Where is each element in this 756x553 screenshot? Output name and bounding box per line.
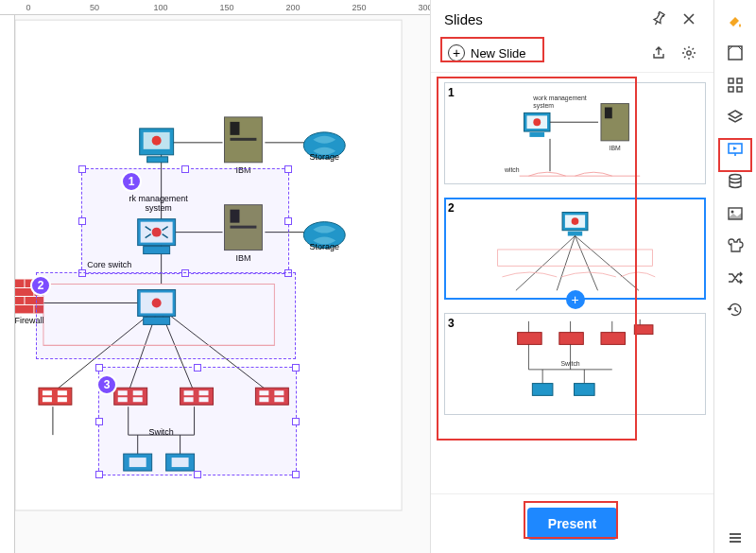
ruler-tick-50: 50: [90, 3, 99, 12]
layers-icon[interactable]: [720, 102, 750, 132]
svg-point-86: [572, 217, 579, 225]
panel-title: Slides: [444, 11, 640, 27]
grid-icon[interactable]: [720, 70, 750, 100]
svg-text:work managementsystem: work managementsystem: [532, 95, 587, 110]
right-rail: [714, 0, 756, 553]
svg-rect-112: [729, 87, 733, 92]
ruler-tick-300: 300: [418, 3, 431, 12]
svg-rect-100: [634, 325, 653, 335]
horizontal-ruler: 0 50 100 150 200 250 300: [0, 0, 430, 15]
ruler-tick-200: 200: [285, 3, 300, 12]
svg-rect-80: [605, 108, 612, 119]
drawing-canvas[interactable]: rk managementsystem IBM Storage: [15, 15, 430, 553]
storage-label-2: Storage: [310, 242, 339, 251]
svg-rect-110: [729, 78, 733, 83]
svg-rect-107: [532, 384, 553, 396]
svg-rect-97: [518, 333, 542, 345]
image-icon[interactable]: [720, 199, 750, 229]
selection-3[interactable]: [98, 367, 297, 475]
svg-rect-113: [737, 87, 742, 92]
new-slide-label: New Slide: [471, 46, 526, 60]
close-icon[interactable]: [678, 8, 700, 30]
fill-icon[interactable]: [720, 6, 750, 36]
plus-icon: +: [448, 44, 465, 61]
thumb-number: 3: [448, 317, 455, 330]
vertical-ruler: [0, 15, 15, 553]
svg-text:witch: witch: [504, 166, 520, 173]
present-button[interactable]: Present: [527, 508, 617, 540]
history-icon[interactable]: [720, 295, 750, 325]
svg-point-118: [731, 211, 734, 214]
svg-point-71: [687, 51, 691, 55]
svg-rect-76: [529, 132, 544, 137]
svg-rect-98: [559, 333, 584, 345]
selection-2[interactable]: [36, 272, 296, 359]
canvas-area[interactable]: 0 50 100 150 200 250 300: [0, 0, 431, 553]
thumb-number: 1: [448, 86, 455, 99]
ruler-tick-0: 0: [26, 3, 30, 12]
svg-rect-22: [147, 157, 168, 163]
svg-point-116: [730, 175, 741, 180]
svg-rect-99: [601, 333, 626, 345]
svg-line-90: [576, 236, 598, 291]
storage-label-1: Storage: [310, 152, 339, 162]
menu-icon[interactable]: [720, 523, 750, 553]
share-icon[interactable]: [647, 42, 670, 64]
pin-icon[interactable]: [647, 8, 670, 30]
svg-rect-47: [39, 388, 72, 405]
slide-thumb-3[interactable]: 3 Switch: [444, 313, 706, 415]
marker-2[interactable]: 2: [30, 275, 51, 296]
selection-1[interactable]: [81, 168, 289, 274]
shuffle-icon[interactable]: [720, 263, 750, 293]
ruler-tick-150: 150: [219, 3, 233, 12]
ruler-tick-100: 100: [153, 3, 167, 12]
presentation-icon[interactable]: [720, 134, 750, 164]
ruler-tick-250: 250: [352, 3, 366, 12]
gear-icon[interactable]: [678, 42, 700, 64]
svg-rect-108: [575, 384, 595, 396]
add-slide-after-icon[interactable]: +: [566, 290, 585, 309]
thumb-number: 2: [448, 201, 455, 215]
svg-rect-24: [230, 122, 239, 135]
slide-thumb-1[interactable]: 1 work managementsystem IBM witch: [444, 82, 706, 184]
svg-rect-92: [498, 250, 653, 266]
svg-rect-25: [230, 138, 256, 141]
data-icon[interactable]: [720, 166, 750, 197]
slide-thumb-2[interactable]: 2 +: [444, 198, 706, 300]
marker-3[interactable]: 3: [96, 374, 117, 395]
svg-point-75: [533, 118, 541, 126]
slides-panel: Slides + New Slide: [431, 0, 714, 553]
svg-point-21: [152, 136, 162, 146]
svg-rect-51: [58, 397, 67, 402]
slide-thumbnails[interactable]: 1 work managementsystem IBM witch 2: [431, 73, 713, 493]
marker-1[interactable]: 1: [121, 171, 142, 192]
svg-rect-87: [568, 232, 582, 236]
svg-rect-48: [43, 390, 52, 395]
svg-rect-111: [737, 78, 742, 83]
format-icon[interactable]: [720, 38, 750, 68]
svg-text:IBM: IBM: [610, 145, 621, 151]
new-slide-button[interactable]: + New Slide: [444, 43, 530, 63]
svg-rect-50: [43, 397, 52, 402]
svg-rect-49: [58, 390, 67, 395]
plugin-icon[interactable]: [720, 231, 750, 261]
svg-line-91: [576, 236, 639, 291]
